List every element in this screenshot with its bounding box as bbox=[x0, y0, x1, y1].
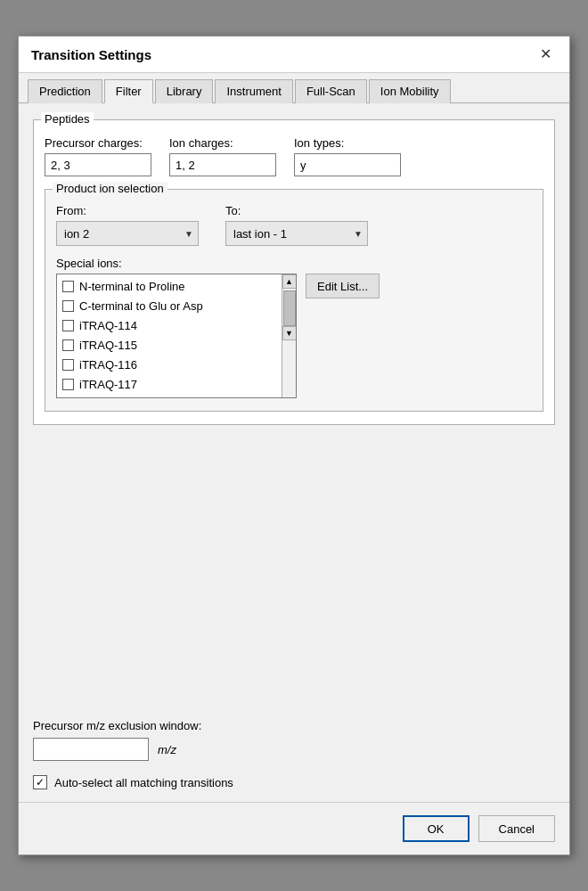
from-to-row: From: ion 1 ion 2 ion 3 ▼ To: bbox=[56, 204, 532, 246]
from-select[interactable]: ion 1 ion 2 ion 3 bbox=[56, 221, 199, 246]
ion-types-input[interactable] bbox=[294, 153, 401, 176]
exclusion-label: Precursor m/z exclusion window: bbox=[33, 719, 555, 732]
checkbox-n-terminal[interactable] bbox=[62, 281, 74, 292]
c-terminal-label: C-terminal to Glu or Asp bbox=[79, 299, 203, 313]
n-terminal-label: N-terminal to Proline bbox=[79, 280, 185, 293]
tab-ion-mobility[interactable]: Ion Mobility bbox=[369, 79, 451, 103]
tab-library[interactable]: Library bbox=[155, 79, 214, 103]
autoselect-label: Auto-select all matching transitions bbox=[54, 776, 233, 789]
tab-prediction[interactable]: Prediction bbox=[28, 79, 102, 103]
check-mark-icon: ✓ bbox=[36, 776, 45, 789]
list-item[interactable]: N-terminal to Proline bbox=[57, 276, 282, 296]
from-group: From: ion 1 ion 2 ion 3 ▼ bbox=[56, 204, 199, 246]
to-label: To: bbox=[225, 204, 368, 217]
scrollbar-up-button[interactable]: ▲ bbox=[282, 274, 297, 289]
itraq116-label: iTRAQ-116 bbox=[79, 358, 137, 372]
peptides-group: Peptides Precursor charges: Ion charges:… bbox=[33, 119, 555, 425]
tab-bar: Prediction Filter Library Instrument Ful… bbox=[19, 73, 569, 103]
scrollbar-down-button[interactable]: ▼ bbox=[282, 326, 297, 340]
special-ions-section: Special ions: N-terminal to Proline bbox=[56, 257, 532, 398]
itraq117-label: iTRAQ-117 bbox=[79, 378, 137, 391]
tab-filter[interactable]: Filter bbox=[104, 79, 153, 103]
scrollbar-track: ▲ ▼ bbox=[282, 274, 296, 397]
dialog-footer: OK Cancel bbox=[19, 802, 569, 854]
list-item[interactable]: iTRAQ-114 bbox=[57, 315, 282, 335]
special-ions-row: N-terminal to Proline C-terminal to Glu … bbox=[56, 274, 532, 398]
ion-charges-label: Ion charges: bbox=[169, 136, 276, 150]
to-select-wrapper: last ion last ion - 1 last ion - 2 ▼ bbox=[225, 221, 368, 246]
to-select[interactable]: last ion last ion - 1 last ion - 2 bbox=[225, 221, 368, 246]
list-item[interactable]: iTRAQ-116 bbox=[57, 355, 282, 374]
list-item[interactable]: iTRAQ-115 bbox=[57, 335, 282, 355]
transition-settings-dialog: Transition Settings ✕ Prediction Filter … bbox=[18, 36, 570, 855]
peptides-group-title: Peptides bbox=[41, 112, 94, 126]
exclusion-section: Precursor m/z exclusion window: m/z bbox=[33, 719, 555, 761]
special-ions-label: Special ions: bbox=[56, 257, 532, 270]
tab-instrument[interactable]: Instrument bbox=[215, 79, 292, 103]
dialog-body: Peptides Precursor charges: Ion charges:… bbox=[19, 103, 569, 802]
checkbox-itraq116[interactable] bbox=[62, 359, 74, 371]
dialog-title: Transition Settings bbox=[31, 47, 151, 62]
to-group: To: last ion last ion - 1 last ion - 2 ▼ bbox=[225, 204, 368, 246]
checkbox-itraq114[interactable] bbox=[62, 320, 74, 331]
tab-fullscan[interactable]: Full-Scan bbox=[295, 79, 367, 103]
special-ions-listbox[interactable]: N-terminal to Proline C-terminal to Glu … bbox=[56, 274, 297, 398]
edit-list-button[interactable]: Edit List... bbox=[306, 274, 380, 298]
ion-types-label: Ion types: bbox=[294, 136, 401, 150]
list-item[interactable]: C-terminal to Glu or Asp bbox=[57, 296, 282, 315]
cancel-button[interactable]: Cancel bbox=[478, 815, 555, 842]
autoselect-checkbox[interactable]: ✓ bbox=[33, 775, 47, 789]
fields-row: Precursor charges: Ion charges: Ion type… bbox=[45, 136, 543, 176]
close-button[interactable]: ✕ bbox=[535, 45, 557, 63]
special-ions-items: N-terminal to Proline C-terminal to Glu … bbox=[57, 274, 282, 397]
product-ion-selection-group: Product ion selection From: ion 1 ion 2 … bbox=[45, 189, 543, 412]
itraq115-label: iTRAQ-115 bbox=[79, 339, 137, 352]
title-bar: Transition Settings ✕ bbox=[19, 37, 569, 73]
ion-types-group: Ion types: bbox=[294, 136, 401, 176]
checkbox-itraq115[interactable] bbox=[62, 339, 74, 351]
itraq114-label: iTRAQ-114 bbox=[79, 319, 137, 332]
checkbox-c-terminal[interactable] bbox=[62, 300, 74, 312]
checkbox-itraq117[interactable] bbox=[62, 379, 74, 390]
mz-label: m/z bbox=[158, 743, 176, 756]
ion-charges-input[interactable] bbox=[169, 153, 276, 176]
ok-button[interactable]: OK bbox=[403, 815, 470, 842]
precursor-charges-input[interactable] bbox=[45, 153, 151, 176]
precursor-charges-group: Precursor charges: bbox=[45, 136, 151, 176]
autoselect-row: ✓ Auto-select all matching transitions bbox=[33, 775, 555, 789]
from-label: From: bbox=[56, 204, 199, 217]
scrollbar-thumb[interactable] bbox=[283, 290, 296, 326]
from-select-wrapper: ion 1 ion 2 ion 3 ▼ bbox=[56, 221, 199, 246]
ion-charges-group: Ion charges: bbox=[169, 136, 276, 176]
precursor-charges-label: Precursor charges: bbox=[45, 136, 151, 150]
list-item[interactable]: iTRAQ-117 bbox=[57, 374, 282, 394]
exclusion-row: m/z bbox=[33, 738, 555, 761]
product-ion-selection-title: Product ion selection bbox=[53, 182, 167, 195]
exclusion-input[interactable] bbox=[33, 738, 149, 761]
